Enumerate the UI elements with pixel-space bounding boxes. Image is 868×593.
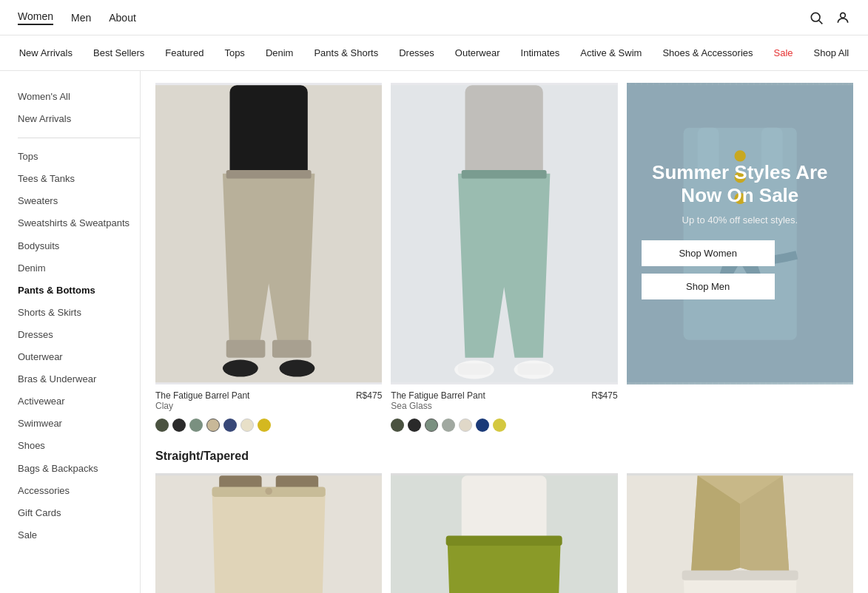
sidebar-item-shoes[interactable]: Shoes	[18, 435, 140, 457]
svg-rect-5	[226, 170, 312, 178]
product-card-bottom-1	[155, 473, 382, 593]
swatch[interactable]	[189, 419, 203, 432]
sidebar-item-bras-underwear[interactable]: Bras & Underwear	[18, 368, 140, 390]
cat-sale[interactable]: Sale	[774, 47, 793, 58]
swatch[interactable]	[155, 419, 169, 432]
cat-shop-all[interactable]: Shop All	[814, 47, 850, 58]
cat-featured[interactable]: Featured	[165, 47, 203, 58]
sidebar-item-bodysuits[interactable]: Bodysuits	[18, 235, 140, 257]
cat-intimates[interactable]: Intimates	[521, 47, 560, 58]
svg-rect-36	[682, 571, 798, 580]
sidebar-item-womens-all[interactable]: Women's All	[18, 86, 140, 108]
svg-point-2	[841, 13, 846, 18]
sidebar-item-shorts-skirts[interactable]: Shorts & Skirts	[18, 302, 140, 324]
swatch[interactable]	[223, 419, 237, 432]
promo-banner: Summer Styles Are Now On Sale Up to 40% …	[627, 83, 853, 384]
swatch[interactable]	[391, 419, 404, 432]
promo-subtitle: Up to 40% off select styles.	[642, 214, 838, 226]
cat-shoes-accessories[interactable]: Shoes & Accessories	[662, 47, 753, 58]
product-name-clay: The Fatigue Barrel Pant	[155, 390, 249, 401]
swatch[interactable]	[172, 419, 186, 432]
product-price-seaglass: R$475	[591, 390, 617, 401]
promo-title: Summer Styles Are Now On Sale	[642, 161, 838, 207]
product-color-clay: Clay	[155, 401, 249, 411]
sidebar-item-sale[interactable]: Sale	[18, 524, 140, 546]
shop-women-button[interactable]: Shop Women	[642, 240, 775, 266]
product-image-bottom-1[interactable]	[155, 473, 382, 593]
svg-rect-9	[272, 340, 312, 358]
svg-rect-12	[462, 170, 547, 178]
product-image-bottom-2[interactable]	[391, 473, 617, 593]
sidebar-item-swimwear[interactable]: Swimwear	[18, 413, 140, 435]
sidebar-item-activewear[interactable]: Activewear	[18, 390, 140, 413]
swatch[interactable]	[493, 419, 506, 432]
nav-women[interactable]: Women	[18, 10, 53, 25]
product-image-clay[interactable]	[155, 83, 382, 384]
product-image-seaglass[interactable]	[391, 83, 617, 384]
nav-about[interactable]: About	[109, 12, 136, 24]
swatch[interactable]	[240, 419, 254, 432]
svg-rect-4	[230, 85, 308, 177]
swatches-seaglass	[391, 419, 617, 432]
product-card-bottom-2	[391, 473, 617, 593]
top-nav: Women Men About	[0, 0, 868, 35]
cat-denim[interactable]: Denim	[266, 47, 294, 58]
product-card-clay: The Fatigue Barrel Pant Clay R$475	[155, 83, 382, 432]
product-info-seaglass: The Fatigue Barrel Pant Sea Glass R$475	[391, 384, 617, 416]
svg-rect-34	[446, 536, 562, 546]
sidebar-item-outerwear[interactable]: Outerwear	[18, 346, 140, 368]
main-content: The Fatigue Barrel Pant Clay R$475	[141, 71, 868, 593]
cat-dresses[interactable]: Dresses	[399, 47, 434, 58]
bottom-product-grid	[155, 473, 853, 593]
cat-best-sellers[interactable]: Best Sellers	[93, 47, 144, 58]
sidebar-item-gift-cards[interactable]: Gift Cards	[18, 502, 140, 524]
sidebar-item-pants-bottoms[interactable]: Pants & Bottoms	[18, 279, 140, 302]
sidebar-item-tops[interactable]: Tops	[18, 146, 140, 168]
cat-outerwear[interactable]: Outerwear	[455, 47, 500, 58]
account-button[interactable]	[835, 10, 850, 25]
swatch[interactable]	[408, 419, 421, 432]
sidebar-item-accessories[interactable]: Accessories	[18, 480, 140, 502]
swatch-selected[interactable]	[425, 419, 438, 432]
cat-new-arrivals[interactable]: New Arrivals	[19, 47, 73, 58]
sidebar-item-denim[interactable]: Denim	[18, 257, 140, 279]
shop-men-button[interactable]: Shop Men	[642, 274, 775, 299]
product-info-clay: The Fatigue Barrel Pant Clay R$475	[155, 384, 382, 416]
swatch[interactable]	[442, 419, 455, 432]
svg-rect-8	[226, 340, 266, 358]
svg-rect-15	[458, 363, 491, 374]
cat-active-swim[interactable]: Active & Swim	[580, 47, 642, 58]
svg-point-0	[811, 13, 820, 21]
top-nav-actions	[809, 10, 850, 25]
product-name-seaglass: The Fatigue Barrel Pant	[391, 390, 485, 401]
cat-pants-shorts[interactable]: Pants & Shorts	[314, 47, 378, 58]
sidebar-item-bags-backpacks[interactable]: Bags & Backpacks	[18, 458, 140, 480]
svg-line-1	[819, 20, 823, 24]
sidebar-item-sweaters[interactable]: Sweaters	[18, 190, 140, 212]
swatch[interactable]	[459, 419, 472, 432]
sidebar-item-sweatshirts[interactable]: Sweatshirts & Sweatpants	[18, 212, 140, 234]
product-image-bottom-3[interactable]	[627, 473, 853, 593]
promo-grid: The Fatigue Barrel Pant Clay R$475	[155, 83, 853, 432]
sidebar-item-tees-tanks[interactable]: Tees & Tanks	[18, 168, 140, 190]
svg-point-22	[734, 150, 745, 161]
svg-point-31	[265, 488, 272, 495]
svg-rect-16	[518, 363, 551, 374]
product-card-bottom-3	[627, 473, 853, 593]
sidebar-item-dresses[interactable]: Dresses	[18, 324, 140, 346]
search-button[interactable]	[809, 10, 824, 25]
svg-rect-11	[465, 85, 543, 177]
product-price-clay: R$475	[356, 390, 382, 401]
swatch-selected[interactable]	[206, 419, 220, 432]
sidebar-item-new-arrivals[interactable]: New Arrivals	[18, 108, 140, 130]
product-color-seaglass: Sea Glass	[391, 401, 485, 411]
promo-content: Summer Styles Are Now On Sale Up to 40% …	[642, 161, 838, 307]
straight-tapered-heading: Straight/Tapered	[155, 450, 853, 463]
swatch[interactable]	[476, 419, 489, 432]
swatch[interactable]	[258, 419, 271, 432]
svg-point-7	[280, 360, 315, 377]
nav-men[interactable]: Men	[71, 12, 91, 24]
sidebar: Women's All New Arrivals Tops Tees & Tan…	[0, 71, 141, 593]
product-card-seaglass: The Fatigue Barrel Pant Sea Glass R$475	[391, 83, 617, 432]
cat-tops[interactable]: Tops	[224, 47, 244, 58]
